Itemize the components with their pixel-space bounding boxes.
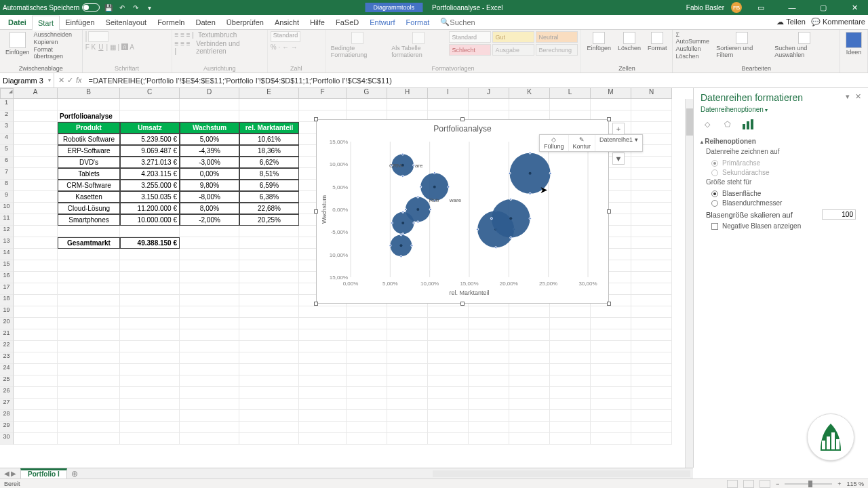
column-header[interactable]: H <box>387 88 428 99</box>
cell[interactable] <box>14 352 58 364</box>
format-painter-button[interactable]: Format übertragen <box>34 46 79 60</box>
cell[interactable] <box>591 422 631 433</box>
cell[interactable] <box>550 364 591 375</box>
cell[interactable] <box>239 237 299 249</box>
cell[interactable] <box>631 260 672 272</box>
cell[interactable] <box>14 157 58 168</box>
cell[interactable] <box>428 375 469 387</box>
cell[interactable] <box>428 318 469 329</box>
cell[interactable] <box>120 399 180 410</box>
help-tab[interactable]: Hilfe <box>304 15 330 30</box>
delete-cells-button[interactable]: Löschen <box>615 31 644 52</box>
cell[interactable] <box>550 375 591 387</box>
cell[interactable] <box>469 341 509 352</box>
cell[interactable]: 11.200.000 € <box>120 203 180 214</box>
select-all-corner[interactable]: ◢ <box>0 88 14 99</box>
fill-line-icon[interactable]: ◇ <box>701 117 714 131</box>
cell[interactable]: 3.255.000 € <box>120 180 180 191</box>
cell[interactable] <box>120 306 180 318</box>
cell[interactable] <box>428 99 469 110</box>
cell[interactable] <box>550 433 591 445</box>
cell[interactable] <box>14 249 58 260</box>
cell[interactable] <box>550 318 591 329</box>
effects-icon[interactable]: ⬠ <box>721 117 734 131</box>
cell[interactable] <box>509 306 550 318</box>
cell[interactable] <box>239 364 299 375</box>
cell[interactable] <box>180 318 239 329</box>
cell[interactable] <box>120 352 180 364</box>
cell[interactable] <box>14 122 58 134</box>
chart-title[interactable]: Portfolioanalyse <box>317 120 608 135</box>
cell[interactable] <box>120 110 180 122</box>
cell[interactable]: 8,00% <box>180 203 239 214</box>
home-tab[interactable]: Start <box>32 16 60 30</box>
cell[interactable] <box>469 329 509 341</box>
cell[interactable] <box>180 272 239 283</box>
cell[interactable] <box>631 99 672 110</box>
cell[interactable] <box>550 422 591 433</box>
cell[interactable] <box>239 283 299 295</box>
cell[interactable] <box>14 110 58 122</box>
cell[interactable] <box>299 341 347 352</box>
cell[interactable] <box>591 399 631 410</box>
cell[interactable] <box>631 122 672 134</box>
cell[interactable] <box>591 352 631 364</box>
cell[interactable] <box>631 191 672 203</box>
cell[interactable] <box>631 110 672 122</box>
series-options-icon[interactable] <box>741 117 755 131</box>
cell[interactable] <box>387 341 428 352</box>
cell[interactable] <box>550 399 591 410</box>
cell[interactable] <box>239 341 299 352</box>
cell[interactable] <box>469 433 509 445</box>
formulas-tab[interactable]: Formeln <box>152 15 190 30</box>
cell[interactable] <box>120 364 180 375</box>
sheet-tab[interactable]: Portfolio I <box>20 468 67 479</box>
cell[interactable] <box>120 387 180 399</box>
cell[interactable] <box>120 410 180 422</box>
cell[interactable] <box>387 318 428 329</box>
cell[interactable] <box>180 260 239 272</box>
fased-tab[interactable]: FaSeD <box>330 15 364 30</box>
cell[interactable] <box>469 352 509 364</box>
cell[interactable] <box>14 260 58 272</box>
row-header[interactable]: 24 <box>0 364 14 375</box>
redo-icon[interactable]: ↷ <box>131 3 140 12</box>
cell[interactable]: 8,51% <box>239 168 299 180</box>
cell[interactable] <box>58 341 120 352</box>
cell[interactable] <box>14 180 58 191</box>
row-header[interactable]: 25 <box>0 375 14 387</box>
cell[interactable] <box>239 433 299 445</box>
cell[interactable] <box>239 352 299 364</box>
cell[interactable]: 3.271.013 € <box>120 157 180 168</box>
cell[interactable] <box>550 99 591 110</box>
cell[interactable] <box>631 157 672 168</box>
row-header[interactable]: 7 <box>0 168 14 180</box>
column-header[interactable]: D <box>180 88 239 99</box>
cell[interactable] <box>347 318 387 329</box>
column-header[interactable]: M <box>591 88 631 99</box>
cell[interactable] <box>180 110 239 122</box>
cell[interactable] <box>299 433 347 445</box>
row-header[interactable]: 10 <box>0 203 14 214</box>
cell[interactable] <box>299 329 347 341</box>
row-header[interactable]: 9 <box>0 191 14 203</box>
cell[interactable] <box>120 329 180 341</box>
row-header[interactable]: 16 <box>0 272 14 283</box>
cell[interactable] <box>14 168 58 180</box>
cell[interactable] <box>58 99 120 110</box>
cell[interactable] <box>120 99 180 110</box>
cell[interactable] <box>509 99 550 110</box>
column-header[interactable]: B <box>58 88 120 99</box>
cell[interactable]: 3.150.035 € <box>120 191 180 203</box>
cell[interactable] <box>299 364 347 375</box>
fx-icon[interactable]: fx <box>76 76 82 85</box>
cell[interactable] <box>509 352 550 364</box>
row-header[interactable]: 19 <box>0 306 14 318</box>
cell[interactable] <box>347 433 387 445</box>
paste-button[interactable]: Einfügen <box>3 31 33 56</box>
cell[interactable] <box>631 180 672 191</box>
cell[interactable] <box>58 318 120 329</box>
cell[interactable] <box>347 422 387 433</box>
cell[interactable] <box>239 422 299 433</box>
column-header[interactable]: N <box>631 88 672 99</box>
